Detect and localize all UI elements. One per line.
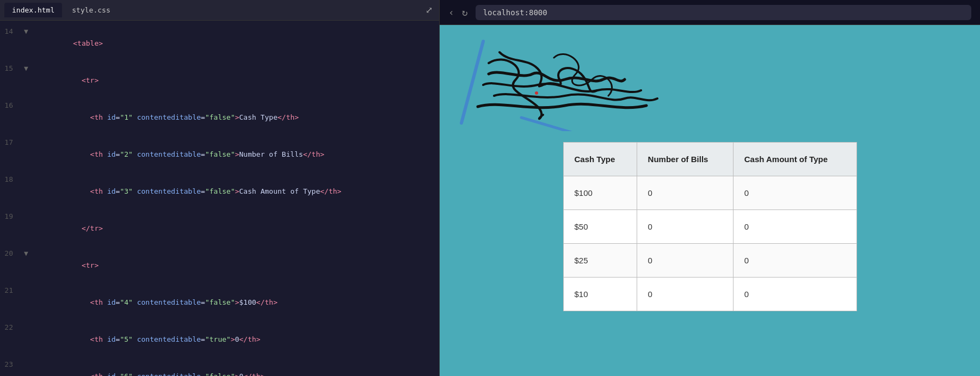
code-line-19: 19 </tr> [0, 210, 439, 247]
arrow-15: ▼ [22, 63, 30, 75]
cash-type-cell: $100 [563, 176, 637, 210]
code-19: </tr> [30, 211, 439, 246]
code-line-20: 20 ▼ <tr> [0, 247, 439, 284]
code-16: <th id="1" contenteditable="false">Cash … [30, 100, 439, 135]
table-header-row: Cash Type Number of Bills Cash Amount of… [563, 143, 856, 176]
code-line-14: 14 ▼ <table> [0, 25, 439, 62]
col-header-cash-amount: Cash Amount of Type [733, 143, 856, 176]
amount-cell: 0 [733, 278, 856, 311]
arrow-14: ▼ [22, 26, 30, 38]
line-num-18: 18 [0, 174, 22, 186]
line-num-22: 22 [0, 322, 22, 334]
table-row: $50 0 0 [563, 210, 856, 244]
tab-style-css[interactable]: style.css [64, 3, 118, 17]
code-14: <table> [30, 26, 439, 61]
num-bills-cell[interactable]: 0 [637, 244, 733, 278]
num-bills-cell[interactable]: 0 [637, 176, 733, 210]
table-body: $100 0 0 $50 0 0 $25 0 0 $10 0 0 [563, 176, 856, 311]
code-18: <th id="3" contenteditable="false">Cash … [30, 174, 439, 209]
code-line-18: 18 <th id="3" contenteditable="false">Ca… [0, 173, 439, 210]
url-bar[interactable] [476, 5, 971, 20]
table-row: $10 0 0 [563, 278, 856, 311]
col-header-cash-type: Cash Type [563, 143, 637, 176]
table-row: $25 0 0 [563, 244, 856, 278]
tab-index-html[interactable]: index.html [4, 3, 62, 17]
editor-panel: index.html style.css ⤢ 14 ▼ <table> 15 ▼… [0, 0, 440, 376]
line-num-16: 16 [0, 100, 22, 112]
code-15: <tr> [30, 63, 439, 98]
arrow-20: ▼ [22, 248, 30, 260]
code-17: <th id="2" contenteditable="false">Numbe… [30, 137, 439, 172]
code-23: <th id="6" contenteditable="false">0</th… [30, 359, 439, 376]
editor-tab-right: ⤢ [423, 3, 435, 17]
code-line-17: 17 <th id="2" contenteditable="false">Nu… [0, 136, 439, 173]
code-line-16: 16 <th id="1" contenteditable="false">Ca… [0, 99, 439, 136]
table-header: Cash Type Number of Bills Cash Amount of… [563, 143, 856, 176]
scribble-svg [456, 36, 690, 131]
code-22: <th id="5" contenteditable="true">0</th> [30, 322, 439, 357]
num-bills-cell[interactable]: 0 [637, 210, 733, 244]
line-num-21: 21 [0, 285, 22, 297]
cash-type-cell: $25 [563, 244, 637, 278]
editor-content: 14 ▼ <table> 15 ▼ <tr> 16 <th id="1" con… [0, 21, 439, 376]
cash-type-cell: $10 [563, 278, 637, 311]
code-line-23: 23 <th id="6" contenteditable="false">0<… [0, 358, 439, 376]
cash-table: Cash Type Number of Bills Cash Amount of… [563, 142, 857, 311]
amount-cell: 0 [733, 210, 856, 244]
line-num-20: 20 [0, 248, 22, 260]
amount-cell: 0 [733, 244, 856, 278]
refresh-button[interactable]: ↻ [462, 7, 468, 18]
line-num-17: 17 [0, 137, 22, 149]
svg-point-2 [535, 91, 538, 95]
line-num-19: 19 [0, 211, 22, 223]
expand-icon[interactable]: ⤢ [423, 3, 435, 17]
svg-line-0 [461, 41, 483, 123]
browser-panel: ‹ ↻ [440, 0, 980, 376]
browser-bar: ‹ ↻ [440, 0, 980, 25]
line-num-23: 23 [0, 359, 22, 371]
svg-line-1 [521, 118, 614, 131]
browser-content: Cash Type Number of Bills Cash Amount of… [440, 25, 980, 376]
drawing-area [456, 36, 690, 131]
cash-type-cell: $50 [563, 210, 637, 244]
col-header-num-bills: Number of Bills [637, 143, 733, 176]
code-line-21: 21 <th id="4" contenteditable="false">$1… [0, 284, 439, 321]
code-line-15: 15 ▼ <tr> [0, 62, 439, 99]
back-button[interactable]: ‹ [448, 7, 454, 18]
line-num-14: 14 [0, 26, 22, 38]
code-line-22: 22 <th id="5" contenteditable="true">0</… [0, 321, 439, 358]
amount-cell: 0 [733, 176, 856, 210]
code-21: <th id="4" contenteditable="false">$100<… [30, 285, 439, 320]
code-20: <tr> [30, 248, 439, 283]
table-row: $100 0 0 [563, 176, 856, 210]
editor-tab-bar: index.html style.css ⤢ [0, 0, 439, 21]
line-num-15: 15 [0, 63, 22, 75]
num-bills-cell[interactable]: 0 [637, 278, 733, 311]
